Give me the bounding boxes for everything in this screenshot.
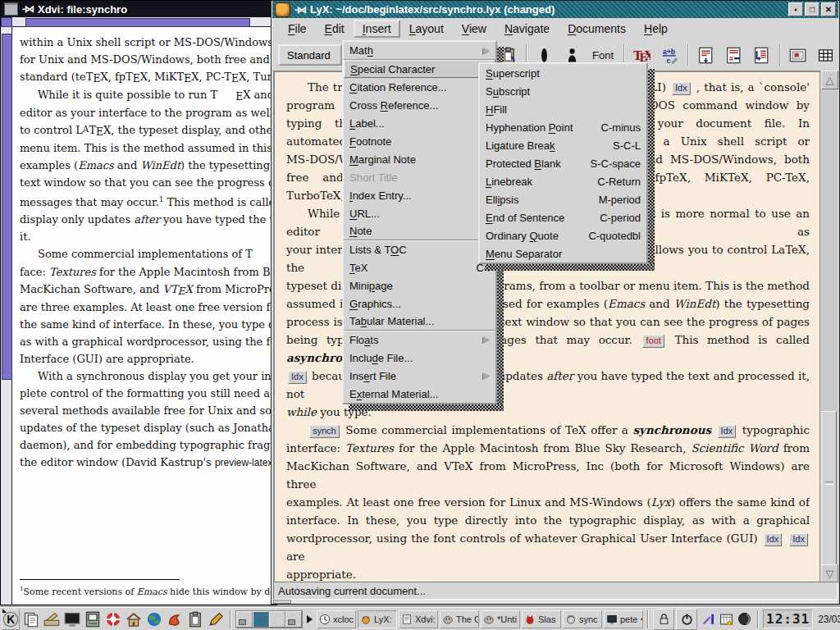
depth-button[interactable] xyxy=(749,43,774,68)
math-button[interactable]: a+bc xyxy=(657,43,682,68)
menu-layout[interactable]: Layout xyxy=(400,20,453,38)
accelerator-underline: Q xyxy=(529,230,537,242)
xdvi-hscroll-thumb[interactable] xyxy=(25,18,250,27)
menu-file[interactable]: File xyxy=(279,20,316,38)
pager-desktop-3[interactable] xyxy=(269,611,285,628)
lyx-titlebar[interactable]: -⋈ LyX: ~/doc/beginlatex/src/synchro.lyx… xyxy=(272,1,838,18)
help-launcher[interactable] xyxy=(103,609,123,629)
menu-item-special-character[interactable]: Special Character xyxy=(344,60,495,78)
maximize-button[interactable]: □ xyxy=(805,2,819,16)
index-inset[interactable]: Idx xyxy=(718,425,737,438)
task-button-xdvi[interactable]: Xdvi: xyxy=(399,610,438,628)
menu-documents[interactable]: Documents xyxy=(559,20,635,38)
klipper-launcher[interactable] xyxy=(185,609,205,629)
menu-item-hfill[interactable]: HFill xyxy=(480,100,646,118)
power-button[interactable] xyxy=(676,609,697,630)
task-button-sync[interactable]: sync xyxy=(563,610,602,628)
menu-item-footnote[interactable]: Footnote xyxy=(344,132,495,150)
label-inset[interactable]: synch xyxy=(309,425,340,438)
menu-item-subscript[interactable]: Subscript xyxy=(480,82,646,100)
figure-button[interactable] xyxy=(785,43,810,68)
menu-item-ligature-break[interactable]: Ligature BreakS-C-L xyxy=(480,136,646,154)
menu-item-minipage[interactable]: Minipage xyxy=(344,276,495,294)
menu-navigate[interactable]: Navigate xyxy=(495,20,559,38)
konsole-launcher[interactable] xyxy=(83,609,103,629)
date-display[interactable]: 23/03/03 xyxy=(815,614,840,625)
footnote-inset[interactable]: foot xyxy=(642,335,664,348)
xdvi-vscroll-thumb[interactable] xyxy=(2,34,12,380)
scroll-down-arrow[interactable]: ▽ xyxy=(821,564,838,583)
lyx-hscroll-thumb[interactable] xyxy=(273,600,291,604)
xdvi-vertical-scrollbar[interactable] xyxy=(1,27,12,605)
task-button-unti[interactable]: *Unti xyxy=(481,610,520,628)
menu-item-linebreak[interactable]: LinebreakC-Return xyxy=(480,172,646,190)
menu-item-math[interactable]: Math xyxy=(344,42,495,60)
menu-item-insert-file[interactable]: Insert File xyxy=(344,367,495,385)
menu-item-note[interactable]: Note xyxy=(344,222,495,240)
xdvi-horizontal-scrollbar[interactable] xyxy=(12,17,276,27)
menu-item-menu-separator[interactable]: Menu Separator xyxy=(480,244,646,262)
home-launcher[interactable] xyxy=(124,609,144,629)
menu-item-floats[interactable]: Floats xyxy=(344,331,495,349)
digital-clock[interactable]: 12:31 xyxy=(763,609,813,628)
menu-item-lists-toc[interactable]: Lists & TOC xyxy=(344,240,495,258)
xdvi-titlebar[interactable]: -⋈ Xdvi: file:synchro xyxy=(1,1,276,17)
index-inset[interactable]: Idx xyxy=(288,371,307,384)
index-inset[interactable]: Idx xyxy=(764,533,783,546)
task-button-pete[interactable]: pete◀ xyxy=(604,610,643,628)
task-button-lyx[interactable]: LyX: xyxy=(358,610,397,628)
table-button[interactable] xyxy=(813,43,838,68)
margin-button[interactable] xyxy=(721,43,746,68)
menu-help[interactable]: Help xyxy=(635,20,677,38)
lyx-vscroll-thumb[interactable] xyxy=(821,411,837,567)
screen-launcher[interactable] xyxy=(62,609,82,629)
pager-desktop-1[interactable] xyxy=(236,611,253,628)
k-menu-button[interactable]: K xyxy=(2,609,20,630)
lyx-horizontal-scrollbar[interactable] xyxy=(273,600,838,604)
kmail-launcher[interactable] xyxy=(165,609,185,629)
menu-item-ellipsis[interactable]: EllipsisM-period xyxy=(480,190,646,208)
windowlist-launcher[interactable] xyxy=(21,609,41,629)
menu-item-protected-blank[interactable]: Protected BlankS-C-space xyxy=(480,154,646,172)
menu-item-index-entry[interactable]: Index Entry... xyxy=(344,186,495,204)
taskbar-scroll-arrow[interactable] xyxy=(307,615,313,623)
globe-launcher[interactable] xyxy=(144,609,164,629)
index-inset[interactable]: Idx xyxy=(789,533,808,546)
menu-item-superscript[interactable]: Superscript xyxy=(480,64,646,82)
menu-item-tex[interactable]: TeXC-l xyxy=(344,258,495,276)
footnote-button[interactable] xyxy=(693,43,719,68)
menu-edit[interactable]: Edit xyxy=(316,20,354,38)
menu-insert[interactable]: Insert xyxy=(354,20,400,38)
paragraph-style-combo[interactable]: Standard xyxy=(278,44,342,66)
tools-tray-icon[interactable] xyxy=(699,609,717,629)
menu-item-graphics[interactable]: Graphics... xyxy=(344,294,495,313)
menu-item-tabular-material[interactable]: Tabular Material... xyxy=(344,313,495,331)
editor-launcher[interactable] xyxy=(206,609,226,629)
scroll-up-arrow[interactable]: △ xyxy=(821,71,838,89)
organizer-tray-icon[interactable] xyxy=(717,609,735,629)
pager-desktop-2[interactable] xyxy=(253,611,269,628)
showdesktop-launcher[interactable] xyxy=(42,609,62,629)
task-button-xcloc[interactable]: xcloc xyxy=(317,610,356,628)
desktop-pager[interactable] xyxy=(235,610,303,628)
menu-item-marginal-note[interactable]: Marginal Note xyxy=(344,150,495,168)
task-button-the-g[interactable]: The G xyxy=(440,610,479,628)
lyx-vertical-scrollbar[interactable]: △ ▽ xyxy=(819,71,838,583)
menu-item-external-material[interactable]: External Material... xyxy=(344,385,495,403)
task-button-slas[interactable]: Slas xyxy=(522,610,561,628)
menu-item-label[interactable]: Label... xyxy=(344,114,495,132)
menu-item-url[interactable]: URL... xyxy=(344,204,495,222)
menu-item-hyphenation-point[interactable]: Hyphenation PointC-minus xyxy=(480,118,646,136)
moon-tray-icon[interactable] xyxy=(735,609,753,629)
menu-view[interactable]: View xyxy=(453,20,495,38)
menu-item-citation-reference[interactable]: Citation Reference... xyxy=(344,78,495,96)
minimize-button[interactable]: ▪ xyxy=(788,2,803,16)
lock-button[interactable] xyxy=(653,609,674,630)
menu-item-include-file[interactable]: Include File... xyxy=(344,349,495,367)
menu-item-end-of-sentence[interactable]: End of SentenceC-period xyxy=(480,208,646,226)
menu-item-cross-reference[interactable]: Cross Reference... xyxy=(344,96,495,114)
menu-item-ordinary-quote[interactable]: Ordinary QuoteC-quotedbl xyxy=(480,226,646,244)
index-inset[interactable]: Idx xyxy=(672,82,691,95)
pager-desktop-4[interactable] xyxy=(285,611,302,628)
close-button[interactable]: ✕ xyxy=(821,2,836,16)
